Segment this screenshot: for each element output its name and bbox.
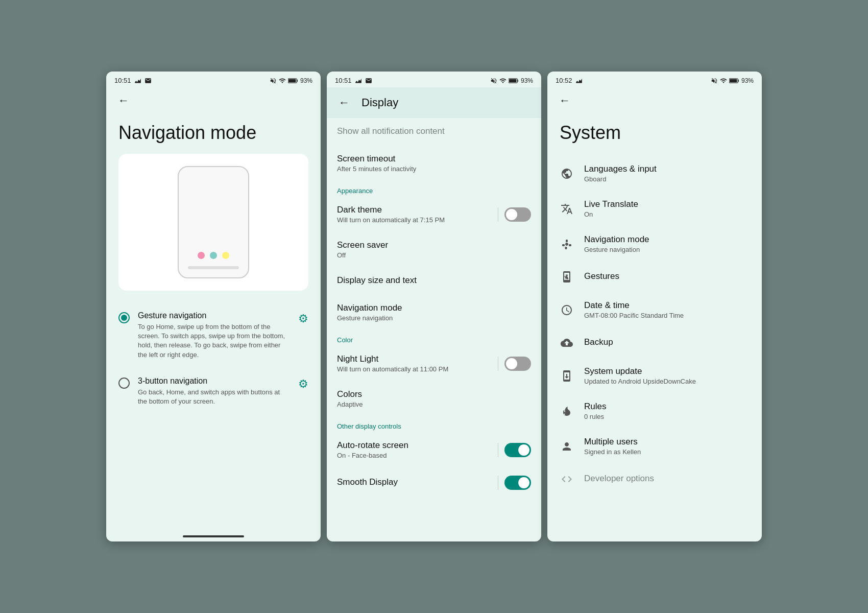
dot-yellow	[222, 252, 229, 259]
auto-rotate-toggle[interactable]	[504, 443, 531, 457]
status-bar-2: 10:51 93%	[327, 72, 541, 87]
settings-item-colors[interactable]: Colors Adaptive	[327, 381, 541, 416]
home-bar-1	[183, 535, 244, 537]
settings-item-night-light[interactable]: Night Light Will turn on automatically a…	[327, 346, 541, 381]
settings-item-notification-content[interactable]: Show all notification content	[327, 118, 541, 146]
colors-title: Colors	[337, 389, 363, 399]
screen-saver-title: Screen saver	[337, 240, 388, 250]
system-item-backup[interactable]: Backup	[547, 327, 762, 358]
battery-3: 93%	[741, 77, 754, 84]
svg-rect-4	[517, 79, 518, 81]
system-item-languages-input[interactable]: Languages & input Gboard	[547, 156, 762, 191]
back-button-1[interactable]: ←	[114, 91, 133, 110]
divider-dark-theme	[498, 207, 498, 222]
settings-item-auto-rotate[interactable]: Auto-rotate screen On - Face-based	[327, 432, 541, 467]
system-update-sub: Updated to Android UpsideDownCake	[584, 378, 696, 385]
settings-item-display-size-text[interactable]: Display size and text	[327, 267, 541, 295]
notification-content-title: Show all notification content	[337, 126, 445, 136]
rules-sub: 0 rules	[584, 413, 606, 420]
date-time-title: Date & time	[584, 300, 684, 311]
gesture-option-title: Gesture navigation	[138, 311, 290, 320]
section-other-display: Other display controls	[327, 416, 541, 432]
swipe-icon	[560, 237, 574, 251]
system-item-developer-options[interactable]: Developer options	[547, 464, 762, 494]
divider-night-light	[498, 357, 498, 371]
system-item-navigation-mode[interactable]: Navigation mode Gesture navigation	[547, 226, 762, 262]
settings-item-navigation-mode[interactable]: Navigation mode Gesture navigation	[327, 295, 541, 330]
night-light-toggle[interactable]	[504, 357, 531, 371]
nav-dots	[198, 252, 229, 259]
auto-rotate-sub: On - Face-based	[337, 452, 408, 459]
radio-gesture-inner	[121, 315, 127, 321]
time-2: 10:51	[335, 77, 352, 84]
time-3: 10:52	[556, 77, 572, 84]
dot-teal	[210, 252, 217, 259]
status-bar-1: 10:51 93%	[106, 72, 321, 87]
night-light-toggle-thumb	[506, 358, 517, 369]
system-item-system-update[interactable]: System update Updated to Android UpsideD…	[547, 358, 762, 393]
languages-input-title: Languages & input	[584, 164, 657, 174]
system-item-date-time[interactable]: Date & time GMT-08:00 Pacific Standard T…	[547, 292, 762, 327]
settings-item-dark-theme[interactable]: Dark theme Will turn on automatically at…	[327, 197, 541, 232]
night-light-sub: Will turn on automatically at 11:00 PM	[337, 365, 448, 373]
system-item-gestures[interactable]: Gestures	[547, 262, 762, 292]
system-item-rules[interactable]: Rules 0 rules	[547, 393, 762, 429]
navigation-mode-sub: Gesture navigation	[337, 314, 402, 322]
live-translate-title: Live Translate	[584, 199, 638, 209]
gear-icon-gesture[interactable]: ⚙	[298, 312, 308, 325]
battery-icon-3	[729, 77, 739, 84]
smooth-display-toggle[interactable]	[504, 476, 531, 490]
gesture-option-desc: To go Home, swipe up from the bottom of …	[138, 322, 290, 360]
date-time-sub: GMT-08:00 Pacific Standard Time	[584, 312, 684, 319]
screen1-title: Navigation mode	[118, 122, 308, 144]
auto-rotate-toggle-thumb	[518, 444, 529, 456]
translate-icon	[560, 202, 574, 216]
radio-gesture[interactable]	[118, 312, 130, 323]
dark-theme-toggle-thumb	[506, 209, 517, 220]
mute-icon-3	[711, 77, 718, 84]
dark-theme-toggle[interactable]	[504, 207, 531, 222]
gestures-title: Gestures	[584, 271, 619, 281]
nav-option-gesture[interactable]: Gesture navigation To go Home, swipe up …	[118, 303, 308, 368]
wifi-icon-2	[499, 77, 507, 84]
multiple-users-title: Multiple users	[584, 437, 641, 447]
screen2-display: 10:51 93% ← Display Show all notificatio…	[327, 72, 541, 541]
system-item-live-translate[interactable]: Live Translate On	[547, 191, 762, 226]
radio-3button[interactable]	[118, 378, 130, 389]
back-button-3[interactable]: ←	[556, 91, 574, 110]
developer-options-title: Developer options	[584, 474, 654, 484]
night-light-title: Night Light	[337, 354, 448, 364]
dark-theme-sub: Will turn on automatically at 7:15 PM	[337, 216, 445, 224]
svg-rect-5	[509, 79, 516, 82]
live-translate-sub: On	[584, 210, 638, 218]
settings-item-screen-saver[interactable]: Screen saver Off	[327, 232, 541, 267]
screen2-main: Show all notification content Screen tim…	[327, 118, 541, 541]
auto-rotate-title: Auto-rotate screen	[337, 440, 408, 451]
gesture-option-text: Gesture navigation To go Home, swipe up …	[138, 311, 290, 360]
smooth-display-title: Smooth Display	[337, 477, 398, 487]
battery-2: 93%	[521, 77, 533, 84]
settings-item-smooth-display[interactable]: Smooth Display	[327, 467, 541, 498]
navigation-mode-sys-title: Navigation mode	[584, 234, 649, 245]
phone-gesture-icon	[560, 270, 574, 284]
screen3-system: 10:52 93% ← System Languages & input Gbo	[547, 72, 762, 541]
back-button-2[interactable]: ←	[335, 93, 353, 112]
nav-option-3button[interactable]: 3-button navigation Go back, Home, and s…	[118, 368, 308, 415]
system-title: System	[560, 122, 750, 144]
system-update-icon	[560, 369, 574, 383]
svg-rect-7	[738, 79, 738, 81]
backup-icon	[560, 336, 574, 350]
dark-theme-toggle-container	[492, 207, 531, 222]
night-light-toggle-container	[492, 357, 531, 371]
gear-icon-3button[interactable]: ⚙	[298, 378, 308, 391]
settings-item-screen-timeout[interactable]: Screen timeout After 5 minutes of inacti…	[327, 146, 541, 181]
mute-icon-2	[490, 77, 497, 84]
navigation-mode-title: Navigation mode	[337, 303, 402, 313]
screen-saver-sub: Off	[337, 251, 388, 259]
time-1: 10:51	[114, 77, 131, 84]
email-icon-2	[365, 77, 372, 84]
battery-icon-1	[288, 77, 298, 84]
system-item-multiple-users[interactable]: Multiple users Signed in as Kellen	[547, 429, 762, 464]
colors-sub: Adaptive	[337, 400, 363, 408]
screen3-main: System Languages & input Gboard Live Tra…	[547, 114, 762, 541]
